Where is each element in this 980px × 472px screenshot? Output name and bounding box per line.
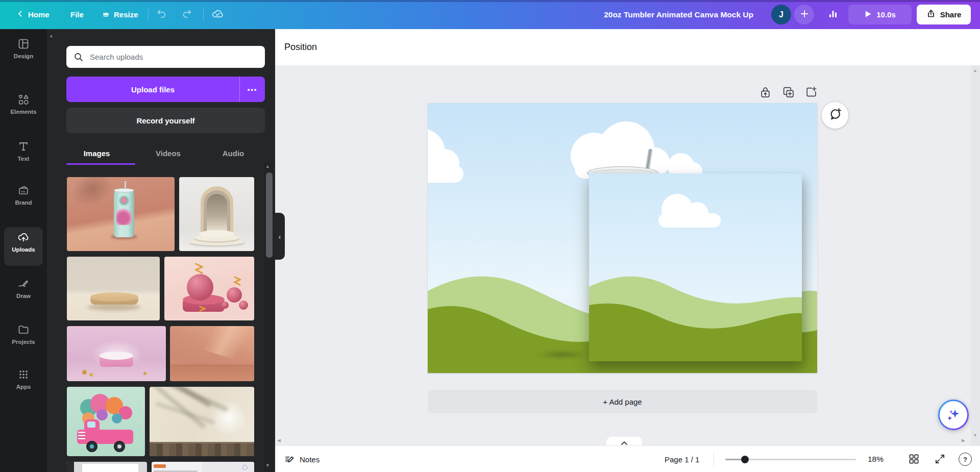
redo-button[interactable] <box>181 0 192 29</box>
panel-scrollbar-thumb[interactable] <box>266 172 273 258</box>
hscroll-right-arrow[interactable]: ▶ <box>962 438 965 443</box>
thumbnail-palm-shadow-wall[interactable] <box>150 387 254 456</box>
add-page-button[interactable]: + Add page <box>428 390 817 413</box>
upload-more-options-button[interactable]: ••• <box>239 77 265 102</box>
search-input[interactable] <box>89 52 265 62</box>
svg-text:co.: co. <box>21 189 26 193</box>
hills-overlay <box>589 173 802 361</box>
toolbar-divider <box>203 9 204 20</box>
hscroll-left-arrow[interactable]: ◀ <box>277 438 281 443</box>
sidebar-item-draw[interactable]: Draw <box>0 278 47 314</box>
duplicate-page-button[interactable] <box>782 86 795 101</box>
zoom-slider-knob[interactable] <box>741 456 749 463</box>
text-icon <box>17 140 30 153</box>
thumbnail-document-preview-right[interactable] <box>152 462 254 472</box>
sidebar-item-elements[interactable]: Elements <box>0 93 47 130</box>
upload-files-button[interactable]: Upload files <box>66 77 239 102</box>
folder-icon <box>17 324 30 336</box>
vscroll-track[interactable] <box>971 65 980 445</box>
comment-button[interactable] <box>822 102 848 129</box>
add-member-button[interactable] <box>794 5 814 24</box>
overlay-scene-image[interactable] <box>589 173 802 361</box>
undo-button[interactable] <box>156 0 167 29</box>
ai-assistant-button[interactable] <box>938 400 969 430</box>
thumbnail-pink-podium-gold-accents[interactable] <box>67 326 166 381</box>
undo-icon <box>156 8 167 21</box>
canva-editor: Home File Resize 20 <box>0 0 980 472</box>
panel-scrollbar-up[interactable]: ▲ <box>265 164 270 169</box>
sidebar-item-uploads[interactable]: Uploads <box>0 231 47 268</box>
statusbar-divider <box>714 452 714 467</box>
nav-rail: Design Elements Text co. Brand Uploads <box>0 29 47 472</box>
elements-icon <box>17 93 30 106</box>
search-uploads-box[interactable] <box>66 46 265 68</box>
search-icon <box>66 52 89 62</box>
sidebar-item-apps[interactable]: Apps <box>0 368 47 405</box>
notes-button[interactable]: Notes <box>284 446 320 472</box>
help-button[interactable]: ? <box>959 453 972 466</box>
share-icon <box>926 9 936 20</box>
tab-videos[interactable]: Videos <box>149 147 187 159</box>
thumbnail-document-preview-left[interactable] <box>67 462 147 472</box>
uploads-panel: ▲ Upload files ••• Record yourself Image… <box>47 29 275 472</box>
play-icon <box>864 10 872 19</box>
record-yourself-button[interactable]: Record yourself <box>66 108 265 133</box>
insights-button[interactable] <box>823 5 843 24</box>
comment-plus-icon <box>828 107 842 123</box>
resize-label: Resize <box>114 10 138 19</box>
thumbnail-pink-flower-truck[interactable] <box>67 387 145 456</box>
upload-files-split-button: Upload files ••• <box>66 77 265 102</box>
tab-audio[interactable]: Audio <box>215 147 251 159</box>
design-title[interactable]: 20oz Tumbler Animated Canva Mock Up <box>580 0 753 29</box>
context-toolbar: Position <box>275 29 980 65</box>
home-button[interactable]: Home <box>17 0 50 29</box>
resize-button[interactable]: Resize <box>102 0 138 29</box>
timeline-expand-handle[interactable] <box>606 437 642 446</box>
tab-images[interactable]: Images <box>78 147 116 159</box>
active-tab-underline <box>66 163 135 165</box>
add-page-icon-button[interactable] <box>805 86 818 101</box>
vscroll-up-arrow[interactable]: ▲ <box>973 68 977 73</box>
duration-label: 10.0s <box>876 10 896 19</box>
chevron-left-icon <box>17 10 24 19</box>
cloud-save-status <box>211 0 224 29</box>
cloud-check-icon <box>211 8 224 22</box>
lock-button[interactable] <box>759 86 772 101</box>
apps-grid-icon <box>17 368 30 381</box>
play-button[interactable]: 10.0s <box>848 5 912 24</box>
thumbnail-wooden-podium-beige[interactable] <box>67 257 160 320</box>
sidebar-item-text[interactable]: Text <box>0 140 47 177</box>
grid-view-button[interactable] <box>908 453 920 467</box>
crown-icon <box>102 10 110 19</box>
panel-scroll-up-arrow[interactable]: ▲ <box>49 33 54 38</box>
design-icon <box>17 38 30 50</box>
panel-collapse-handle[interactable]: ‹ <box>275 213 285 260</box>
uploads-cloud-icon <box>17 231 30 243</box>
page-actions <box>759 86 818 101</box>
vscroll-down-arrow[interactable]: ▼ <box>973 433 977 438</box>
avatar[interactable]: J <box>771 5 791 24</box>
fullscreen-button[interactable] <box>934 453 946 467</box>
thumbnail-terracotta-wall-backdrop[interactable] <box>170 326 254 381</box>
thumbnail-pink-spheres-podium[interactable] <box>164 257 254 320</box>
panel-scrollbar-down[interactable]: ▼ <box>265 463 270 468</box>
sidebar-item-projects[interactable]: Projects <box>0 324 47 360</box>
sidebar-item-design[interactable]: Design <box>0 38 47 74</box>
plus-icon <box>800 9 809 20</box>
draw-pen-icon <box>17 278 30 290</box>
file-button[interactable]: File <box>70 0 84 29</box>
ellipsis-icon: ••• <box>248 86 258 93</box>
page-indicator: Page 1 / 1 <box>665 446 699 472</box>
position-button[interactable]: Position <box>284 29 317 65</box>
brand-icon: co. <box>17 184 30 196</box>
share-button[interactable]: Share <box>917 5 971 24</box>
sidebar-item-brand[interactable]: co. Brand <box>0 184 47 221</box>
thumbnail-arch-podium-cream[interactable] <box>179 177 254 251</box>
zoom-percent-label: 18% <box>868 446 884 472</box>
design-page[interactable] <box>428 103 817 373</box>
thumbnail-tumbler-mockup-terracotta[interactable] <box>67 177 175 251</box>
redo-icon <box>181 8 192 21</box>
notes-icon <box>284 454 295 465</box>
home-label: Home <box>28 10 50 19</box>
toolbar-divider <box>148 9 149 20</box>
